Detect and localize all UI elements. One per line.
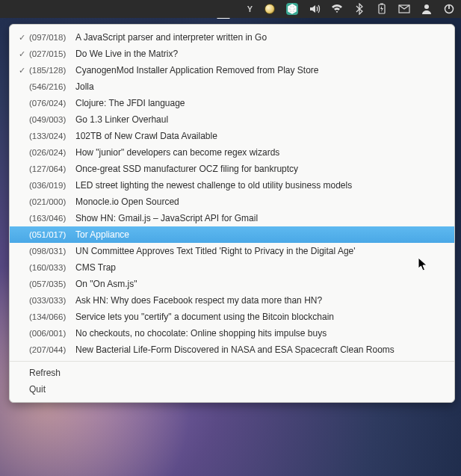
power-icon[interactable]: [443, 3, 455, 15]
item-counts: (057/035): [28, 279, 75, 288]
check-icon: ✓: [16, 33, 28, 43]
item-counts: (163/046): [28, 214, 75, 223]
item-counts: (097/018): [28, 33, 75, 42]
news-item[interactable]: (134/066)Service lets you "certify" a do…: [10, 309, 454, 325]
item-title: CMS Trap: [75, 262, 444, 273]
item-counts: (027/015): [28, 49, 75, 58]
separator: [10, 361, 454, 362]
news-item[interactable]: ✓(185/128)CyanogenMod Installer Applicat…: [10, 62, 454, 78]
item-title: How "junior" developers can become regex…: [75, 147, 444, 158]
dropdown-menu: ✓(097/018)A JavaScript parser and interp…: [9, 18, 455, 403]
news-item[interactable]: (057/035)On "On Asm.js": [10, 276, 454, 292]
quit-action[interactable]: Quit: [10, 381, 454, 398]
item-title: 102TB of New Crawl Data Available: [75, 131, 444, 141]
item-counts: (036/019): [28, 181, 75, 190]
refresh-action[interactable]: Refresh: [10, 365, 454, 381]
news-item[interactable]: (033/033)Ask HN: Why does Facebook respe…: [10, 292, 454, 309]
item-title: Do We Live in the Matrix?: [75, 49, 444, 59]
svg-rect-1: [380, 4, 383, 5]
news-item[interactable]: (098/031)UN Committee Approves Text Titl…: [10, 243, 454, 259]
news-item[interactable]: (207/044)New Bacterial Life-Form Discove…: [10, 341, 454, 358]
news-item[interactable]: (049/003)Go 1.3 Linker Overhaul: [10, 111, 454, 128]
news-item[interactable]: (051/017)Tor Appliance: [10, 226, 454, 243]
item-counts: (185/128): [28, 66, 75, 75]
wifi-icon[interactable]: [331, 3, 343, 15]
item-title: New Bacterial Life-Form Discovered in NA…: [75, 344, 444, 355]
mail-icon[interactable]: [398, 3, 410, 15]
svg-point-3: [424, 4, 429, 9]
item-title: UN Committee Approves Text Titled 'Right…: [75, 246, 444, 256]
check-icon: ✓: [16, 49, 28, 59]
item-counts: (026/024): [28, 148, 75, 157]
news-item[interactable]: ✓(027/015)Do We Live in the Matrix?: [10, 46, 454, 62]
item-counts: (051/017): [28, 230, 75, 239]
lightbulb-icon[interactable]: [264, 3, 276, 15]
item-title: Ask HN: Why does Facebook respect my dat…: [75, 295, 444, 306]
item-title: Service lets you "certify" a document us…: [75, 312, 444, 322]
news-item[interactable]: (076/024)Clojure: The JFDI language: [10, 95, 454, 111]
news-item[interactable]: (546/216)Jolla: [10, 78, 454, 95]
news-item[interactable]: (006/001)No checkouts, no chocolate: Onl…: [10, 325, 454, 341]
item-title: Show HN: Gmail.js – JavaScript API for G…: [75, 213, 444, 223]
news-item[interactable]: (160/033)CMS Trap: [10, 259, 454, 276]
item-title: On "On Asm.js": [75, 279, 444, 289]
item-title: Jolla: [75, 81, 444, 92]
item-title: Clojure: The JFDI language: [75, 98, 444, 108]
item-counts: (076/024): [28, 99, 75, 108]
item-title: No checkouts, no chocolate: Online shopp…: [75, 328, 444, 339]
item-title: A JavaScript parser and interpreter writ…: [75, 32, 444, 43]
item-counts: (134/066): [28, 312, 75, 321]
item-counts: (049/003): [28, 115, 75, 124]
bluetooth-icon[interactable]: [353, 3, 365, 15]
app-tray-icon[interactable]: [286, 3, 298, 15]
item-title: Go 1.3 Linker Overhaul: [75, 114, 444, 125]
item-counts: (546/216): [28, 82, 75, 91]
volume-icon[interactable]: [309, 3, 321, 15]
item-counts: (098/031): [28, 247, 75, 256]
item-counts: (021/000): [28, 197, 75, 206]
user-icon[interactable]: [421, 3, 433, 15]
news-item[interactable]: (127/064)Once-great SSD manufacturer OCZ…: [10, 161, 454, 177]
news-item[interactable]: (163/046)Show HN: Gmail.js – JavaScript …: [10, 210, 454, 226]
news-item[interactable]: ✓(097/018)A JavaScript parser and interp…: [10, 29, 454, 46]
item-counts: (160/033): [28, 263, 75, 272]
news-item[interactable]: (026/024)How "junior" developers can bec…: [10, 144, 454, 161]
item-title: LED street lighting the newest challenge…: [75, 180, 444, 191]
item-title: Once-great SSD manufacturer OCZ filing f…: [75, 164, 444, 174]
news-item[interactable]: (133/024)102TB of New Crawl Data Availab…: [10, 128, 454, 144]
battery-icon[interactable]: [376, 3, 388, 15]
y-indicator-icon[interactable]: Y: [247, 4, 253, 13]
menubar: Y: [0, 0, 461, 18]
item-title: Monocle.io Open Sourced: [75, 197, 444, 207]
check-icon: ✓: [16, 66, 28, 75]
item-counts: (207/044): [28, 345, 75, 354]
news-item[interactable]: (036/019)LED street lighting the newest …: [10, 177, 454, 194]
item-counts: (127/064): [28, 164, 75, 173]
item-counts: (033/033): [28, 296, 75, 305]
news-item[interactable]: (021/000)Monocle.io Open Sourced: [10, 194, 454, 210]
item-counts: (006/001): [28, 329, 75, 338]
item-title: CyanogenMod Installer Application Remove…: [75, 65, 444, 75]
item-title: Tor Appliance: [75, 229, 444, 240]
item-counts: (133/024): [28, 132, 75, 140]
